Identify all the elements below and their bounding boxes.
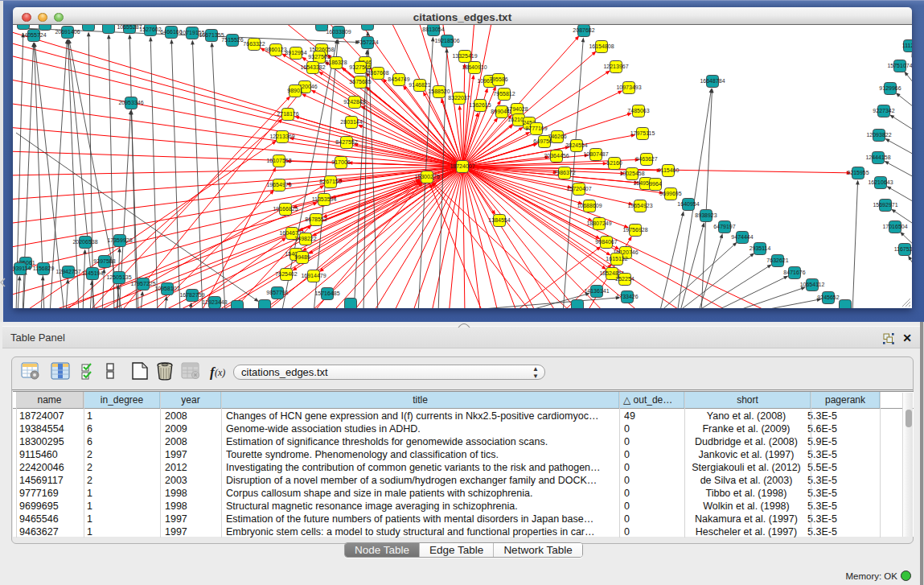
svg-text:12093822: 12093822 bbox=[866, 132, 891, 138]
svg-text:62160: 62160 bbox=[606, 160, 622, 166]
svg-text:8186328: 8186328 bbox=[325, 60, 347, 65]
svg-text:7485063: 7485063 bbox=[627, 108, 649, 113]
svg-text:7515526: 7515526 bbox=[221, 37, 243, 43]
svg-text:8215955: 8215955 bbox=[847, 170, 869, 175]
svg-text:8678552: 8678552 bbox=[305, 216, 326, 222]
svg-text:20691406: 20691406 bbox=[55, 29, 80, 35]
svg-text:8322037: 8322037 bbox=[448, 95, 470, 101]
svg-text:9146821: 9146821 bbox=[409, 82, 430, 88]
svg-text:10025458: 10025458 bbox=[619, 171, 644, 176]
svg-text:16543382: 16543382 bbox=[300, 64, 325, 70]
svg-text:16033809: 16033809 bbox=[326, 29, 351, 35]
svg-text:795586: 795586 bbox=[489, 76, 507, 82]
svg-text:7986372: 7986372 bbox=[553, 170, 575, 175]
svg-text:15300275: 15300275 bbox=[414, 174, 439, 179]
svg-text:10671355: 10671355 bbox=[199, 32, 224, 38]
svg-text:19218506: 19218506 bbox=[434, 38, 459, 43]
svg-text:18724007: 18724007 bbox=[450, 163, 474, 169]
svg-text:9327503: 9327503 bbox=[308, 54, 330, 60]
svg-text:10655287: 10655287 bbox=[117, 25, 142, 30]
svg-text:9857791: 9857791 bbox=[266, 290, 288, 295]
svg-text:20206538: 20206538 bbox=[72, 239, 97, 245]
svg-text:7632621: 7632621 bbox=[766, 257, 788, 263]
svg-text:19654923: 19654923 bbox=[627, 203, 652, 208]
svg-text:17359928: 17359928 bbox=[107, 237, 132, 243]
svg-text:18807249: 18807249 bbox=[586, 220, 611, 226]
svg-text:6479197: 6479197 bbox=[713, 224, 735, 229]
svg-text:8471676: 8471676 bbox=[783, 270, 805, 275]
svg-text:9777169: 9777169 bbox=[525, 126, 547, 131]
svg-text:2718176: 2718176 bbox=[277, 111, 298, 117]
svg-text:12505135: 12505135 bbox=[106, 274, 131, 280]
svg-text:1362615: 1362615 bbox=[469, 102, 491, 108]
svg-text:14136141: 14136141 bbox=[584, 288, 609, 294]
svg-text:8813054: 8813054 bbox=[422, 27, 444, 32]
svg-text:8454749: 8454749 bbox=[388, 76, 409, 82]
svg-text:16154808: 16154808 bbox=[589, 43, 614, 49]
svg-text:9129966: 9129966 bbox=[879, 85, 901, 91]
svg-text:10654112: 10654112 bbox=[800, 282, 825, 287]
svg-text:1733426: 1733426 bbox=[616, 294, 638, 299]
svg-text:19166825: 19166825 bbox=[273, 206, 298, 212]
svg-text:8938923: 8938923 bbox=[695, 212, 717, 218]
svg-text:14055724: 14055724 bbox=[21, 32, 46, 38]
svg-text:16648784: 16648784 bbox=[700, 78, 725, 84]
svg-text:17957225: 17957225 bbox=[130, 281, 155, 286]
svg-text:99489: 99489 bbox=[294, 254, 310, 260]
svg-text:252254: 252254 bbox=[615, 276, 634, 282]
svg-text:19654975: 19654975 bbox=[266, 182, 291, 187]
svg-text:1640954: 1640954 bbox=[677, 201, 699, 207]
svg-text:9245652: 9245652 bbox=[817, 295, 839, 300]
svg-text:9463627: 9463627 bbox=[635, 156, 657, 162]
svg-text:16107553: 16107553 bbox=[266, 158, 291, 163]
svg-text:9699695: 9699695 bbox=[659, 191, 681, 196]
svg-text:6794028: 6794028 bbox=[506, 106, 528, 112]
svg-text:10973493: 10973493 bbox=[616, 84, 641, 90]
svg-text:7955812: 7955812 bbox=[493, 91, 515, 97]
svg-text:3824554: 3824554 bbox=[565, 142, 587, 148]
svg-text:8427552: 8427552 bbox=[335, 139, 357, 145]
svg-text:20953346: 20953346 bbox=[118, 100, 143, 105]
svg-text:1527602: 1527602 bbox=[139, 27, 161, 32]
svg-text:12444158: 12444158 bbox=[865, 154, 890, 160]
svg-text:7357224: 7357224 bbox=[356, 39, 378, 45]
svg-text:7663322: 7663322 bbox=[243, 41, 265, 47]
svg-text:9860123: 9860123 bbox=[265, 47, 286, 52]
svg-text:2867608: 2867608 bbox=[367, 70, 388, 76]
svg-text:1588520: 1588520 bbox=[428, 89, 450, 94]
svg-text:(x): (x) bbox=[215, 367, 225, 378]
svg-text:16210643: 16210643 bbox=[868, 179, 893, 185]
svg-text:1167533: 1167533 bbox=[894, 246, 912, 252]
svg-text:9242848: 9242848 bbox=[343, 99, 365, 105]
svg-text:1384554: 1384554 bbox=[488, 217, 510, 223]
svg-text:15720407: 15720407 bbox=[566, 186, 591, 192]
svg-text:20364456: 20364456 bbox=[544, 153, 569, 159]
svg-text:19756928: 19756928 bbox=[622, 227, 647, 233]
svg-text:9084067: 9084067 bbox=[595, 239, 617, 245]
svg-text:746266: 746266 bbox=[548, 134, 566, 139]
svg-text:17975115: 17975115 bbox=[630, 130, 655, 136]
svg-text:16914479: 16914479 bbox=[301, 273, 326, 278]
svg-text:10958107: 10958107 bbox=[154, 286, 179, 291]
svg-text:9327505: 9327505 bbox=[349, 64, 371, 70]
svg-text:917006: 917006 bbox=[331, 159, 350, 165]
svg-text:7625402: 7625402 bbox=[275, 271, 297, 277]
svg-text:15692971: 15692971 bbox=[873, 202, 897, 208]
svg-text:2803144: 2803144 bbox=[340, 119, 362, 125]
svg-text:9397588: 9397588 bbox=[93, 258, 115, 264]
svg-text:15716485: 15716485 bbox=[314, 290, 339, 296]
svg-text:11353594: 11353594 bbox=[312, 196, 337, 202]
svg-text:9964: 9964 bbox=[649, 181, 662, 187]
svg-text:8912954: 8912954 bbox=[285, 50, 306, 56]
svg-text:12942757: 12942757 bbox=[55, 269, 80, 274]
svg-text:1939114: 1939114 bbox=[13, 266, 31, 271]
svg-text:15751074: 15751074 bbox=[887, 63, 912, 68]
svg-text:9227342: 9227342 bbox=[873, 108, 894, 113]
svg-text:12213369: 12213369 bbox=[269, 134, 294, 139]
svg-text:9115460: 9115460 bbox=[658, 167, 680, 173]
svg-text:2935114: 2935114 bbox=[749, 245, 771, 251]
svg-text:1615132: 1615132 bbox=[606, 256, 627, 262]
svg-text:18640910: 18640910 bbox=[462, 64, 487, 70]
svg-text:17016504: 17016504 bbox=[882, 224, 907, 229]
svg-text:13325419: 13325419 bbox=[452, 53, 477, 59]
